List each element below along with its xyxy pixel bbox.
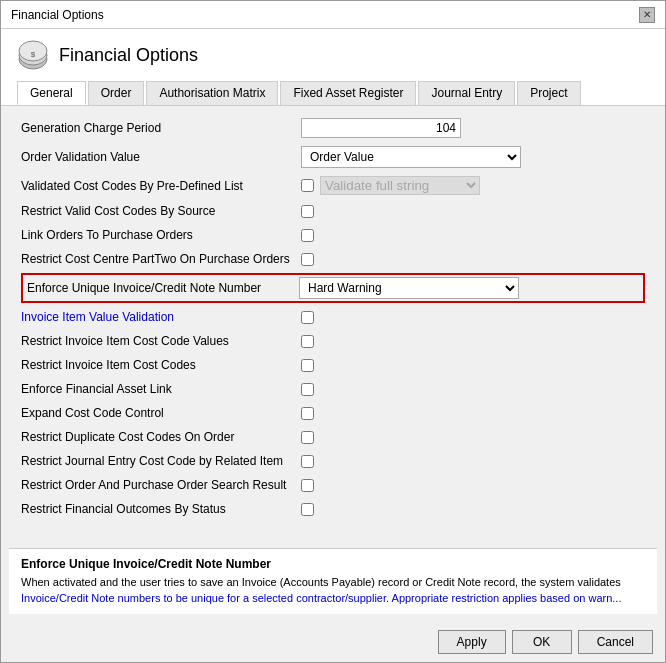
restrict-duplicate-row: Restrict Duplicate Cost Codes On Order: [21, 425, 645, 449]
link-orders-label: Link Orders To Purchase Orders: [21, 228, 301, 242]
restrict-duplicate-checkbox[interactable]: [301, 431, 314, 444]
generation-charge-period-label: Generation Charge Period: [21, 121, 301, 135]
info-panel: Enforce Unique Invoice/Credit Note Numbe…: [9, 548, 657, 614]
page-title: Financial Options: [59, 45, 198, 66]
restrict-financial-outcomes-checkbox[interactable]: [301, 503, 314, 516]
info-panel-blue-text: Invoice/Credit Note numbers to be unique…: [21, 592, 621, 604]
page-header: $ Financial Options: [17, 39, 649, 71]
title-bar: Financial Options ✕: [1, 1, 665, 29]
info-panel-text: When activated and the user tries to sav…: [21, 575, 645, 606]
restrict-cost-centre-label: Restrict Cost Centre PartTwo On Purchase…: [21, 252, 301, 266]
link-orders-checkbox[interactable]: [301, 229, 314, 242]
restrict-valid-cost-codes-label: Restrict Valid Cost Codes By Source: [21, 204, 301, 218]
invoice-item-value-checkbox[interactable]: [301, 311, 314, 324]
title-bar-left: Financial Options: [11, 8, 104, 22]
apply-button[interactable]: Apply: [438, 630, 506, 654]
restrict-invoice-item-cost-codes-checkbox[interactable]: [301, 359, 314, 372]
financial-options-icon: $: [17, 39, 49, 71]
validated-cost-codes-label: Validated Cost Codes By Pre-Defined List: [21, 179, 301, 193]
enforce-unique-select[interactable]: Hard Warning Soft Warning None: [299, 277, 519, 299]
restrict-cost-centre-row: Restrict Cost Centre PartTwo On Purchase…: [21, 247, 645, 271]
expand-cost-code-checkbox[interactable]: [301, 407, 314, 420]
enforce-unique-row: Enforce Unique Invoice/Credit Note Numbe…: [21, 273, 645, 303]
tab-general[interactable]: General: [17, 81, 86, 105]
tabs: General Order Authorisation Matrix Fixed…: [17, 81, 649, 105]
cancel-button[interactable]: Cancel: [578, 630, 653, 654]
restrict-order-purchase-row: Restrict Order And Purchase Order Search…: [21, 473, 645, 497]
info-panel-title: Enforce Unique Invoice/Credit Note Numbe…: [21, 557, 645, 571]
restrict-valid-cost-codes-checkbox[interactable]: [301, 205, 314, 218]
restrict-order-purchase-checkbox[interactable]: [301, 479, 314, 492]
footer: Apply OK Cancel: [1, 622, 665, 662]
validated-cost-codes-checkbox[interactable]: [301, 179, 314, 192]
link-orders-row: Link Orders To Purchase Orders: [21, 223, 645, 247]
main-window: Financial Options ✕ $ Financial Options …: [0, 0, 666, 663]
svg-text:$: $: [31, 50, 36, 59]
header-area: $ Financial Options General Order Author…: [1, 29, 665, 106]
restrict-duplicate-label: Restrict Duplicate Cost Codes On Order: [21, 430, 301, 444]
invoice-item-value-row: Invoice Item Value Validation: [21, 305, 645, 329]
invoice-item-value-label: Invoice Item Value Validation: [21, 310, 301, 324]
order-validation-row: Order Validation Value Order Value: [21, 142, 645, 172]
restrict-journal-checkbox[interactable]: [301, 455, 314, 468]
restrict-valid-cost-codes-row: Restrict Valid Cost Codes By Source: [21, 199, 645, 223]
enforce-financial-asset-checkbox[interactable]: [301, 383, 314, 396]
window-title: Financial Options: [11, 8, 104, 22]
enforce-financial-asset-label: Enforce Financial Asset Link: [21, 382, 301, 396]
tab-fixed-asset-register[interactable]: Fixed Asset Register: [280, 81, 416, 105]
validate-full-string-select[interactable]: Validate full string: [320, 176, 480, 195]
generation-charge-period-input[interactable]: [301, 118, 461, 138]
order-validation-select[interactable]: Order Value: [301, 146, 521, 168]
restrict-order-purchase-label: Restrict Order And Purchase Order Search…: [21, 478, 301, 492]
validated-cost-codes-row: Validated Cost Codes By Pre-Defined List…: [21, 172, 645, 199]
form-content: Generation Charge Period Order Validatio…: [9, 106, 657, 548]
order-validation-label: Order Validation Value: [21, 150, 301, 164]
tab-order[interactable]: Order: [88, 81, 145, 105]
restrict-cost-centre-checkbox[interactable]: [301, 253, 314, 266]
ok-button[interactable]: OK: [512, 630, 572, 654]
restrict-journal-row: Restrict Journal Entry Cost Code by Rela…: [21, 449, 645, 473]
restrict-financial-outcomes-label: Restrict Financial Outcomes By Status: [21, 502, 301, 516]
restrict-invoice-item-cost-code-values-row: Restrict Invoice Item Cost Code Values: [21, 329, 645, 353]
restrict-invoice-item-cost-code-values-label: Restrict Invoice Item Cost Code Values: [21, 334, 301, 348]
restrict-journal-label: Restrict Journal Entry Cost Code by Rela…: [21, 454, 301, 468]
generation-charge-period-row: Generation Charge Period: [21, 114, 645, 142]
expand-cost-code-label: Expand Cost Code Control: [21, 406, 301, 420]
tab-journal-entry[interactable]: Journal Entry: [418, 81, 515, 105]
tab-project[interactable]: Project: [517, 81, 580, 105]
close-button[interactable]: ✕: [639, 7, 655, 23]
expand-cost-code-row: Expand Cost Code Control: [21, 401, 645, 425]
enforce-unique-label: Enforce Unique Invoice/Credit Note Numbe…: [27, 281, 299, 295]
restrict-invoice-item-cost-codes-label: Restrict Invoice Item Cost Codes: [21, 358, 301, 372]
enforce-financial-asset-row: Enforce Financial Asset Link: [21, 377, 645, 401]
info-panel-text-content: When activated and the user tries to sav…: [21, 576, 621, 588]
tab-authorisation-matrix[interactable]: Authorisation Matrix: [146, 81, 278, 105]
restrict-invoice-item-cost-codes-row: Restrict Invoice Item Cost Codes: [21, 353, 645, 377]
restrict-invoice-item-cost-code-values-checkbox[interactable]: [301, 335, 314, 348]
restrict-financial-outcomes-row: Restrict Financial Outcomes By Status: [21, 497, 645, 521]
